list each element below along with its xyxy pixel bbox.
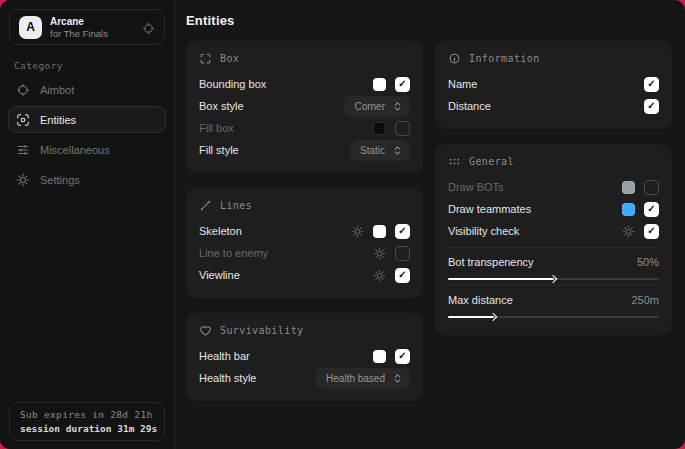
setting-row-health-bar: Health bar — [199, 345, 410, 367]
sidebar: A Arcane for The Finals Category — [0, 0, 175, 449]
viewline-checkbox[interactable] — [395, 268, 410, 283]
setting-label: Fill box — [199, 122, 373, 134]
setting-label: Health style — [199, 372, 316, 384]
chevrons-up-down-icon — [392, 145, 403, 156]
setting-row-bounding-box: Bounding box — [199, 73, 410, 95]
sidebar-item-miscellaneous[interactable]: Miscellaneous — [8, 136, 166, 163]
color-swatch[interactable] — [373, 78, 386, 91]
setting-label: Bot transpenency — [448, 256, 534, 268]
name-checkbox[interactable] — [644, 77, 659, 92]
setting-label: Draw BOTs — [448, 181, 622, 193]
sidebar-item-label: Miscellaneous — [40, 144, 110, 156]
setting-label: Distance — [448, 100, 644, 112]
gear-icon — [16, 173, 30, 187]
lines-icon — [199, 199, 212, 212]
color-swatch[interactable] — [622, 203, 635, 216]
dropdown-value: Health based — [326, 373, 385, 384]
page-title: Entities — [186, 13, 672, 28]
sidebar-item-aimbot[interactable]: Aimbot — [8, 76, 166, 103]
setting-label: Name — [448, 78, 644, 90]
setting-label: Health bar — [199, 350, 373, 362]
group-title: Lines — [220, 200, 252, 211]
bot-transparency-slider-row: Bot transpenency 50% — [448, 254, 659, 280]
setting-row-health-style: Health style Health based — [199, 367, 410, 389]
right-column: Information Name Distance — [435, 41, 672, 401]
slider-value: 250m — [631, 294, 659, 306]
setting-label: Box style — [199, 100, 344, 112]
color-swatch[interactable] — [373, 350, 386, 363]
setting-label: Viewline — [199, 269, 373, 281]
fill-box-checkbox[interactable] — [395, 121, 410, 136]
setting-row-draw-teammates: Draw teammates — [448, 198, 659, 220]
max-distance-slider-row: Max distance 250m — [448, 292, 659, 318]
bounding-box-checkbox[interactable] — [395, 77, 410, 92]
visibility-check-checkbox[interactable] — [644, 224, 659, 239]
draw-teammates-checkbox[interactable] — [644, 202, 659, 217]
setting-label: Draw teammates — [448, 203, 622, 215]
line-to-enemy-checkbox[interactable] — [395, 246, 410, 261]
setting-label: Max distance — [448, 294, 513, 306]
general-card: General Draw BOTs Draw teammates — [435, 144, 672, 335]
sidebar-item-label: Entities — [40, 114, 76, 126]
information-card: Information Name Distance — [435, 41, 672, 129]
sliders-icon — [16, 143, 30, 157]
slider-fill[interactable] — [448, 316, 494, 318]
viewline-gear-icon[interactable] — [373, 269, 386, 282]
box-icon — [199, 52, 212, 65]
health-style-dropdown[interactable]: Health based — [316, 368, 410, 389]
setting-row-fill-style: Fill style Static — [199, 139, 410, 161]
setting-row-distance: Distance — [448, 95, 659, 117]
left-column: Box Bounding box Box style Cor — [186, 41, 423, 401]
group-title: Survivability — [220, 325, 303, 336]
dropdown-value: Corner — [354, 101, 385, 112]
color-swatch[interactable] — [373, 225, 386, 238]
sidebar-item-label: Settings — [40, 174, 80, 186]
crosshair-icon[interactable] — [142, 21, 155, 34]
sidebar-item-settings[interactable]: Settings — [8, 166, 166, 193]
setting-row-visibility-check: Visibility check — [448, 220, 659, 242]
slider-fill[interactable] — [448, 278, 554, 280]
app-window: A Arcane for The Finals Category — [0, 0, 685, 449]
fill-style-dropdown[interactable]: Static — [350, 140, 410, 161]
divider — [448, 247, 659, 248]
category-label: Category — [14, 60, 174, 71]
max-distance-slider[interactable] — [448, 316, 659, 318]
scan-eye-icon — [16, 113, 30, 127]
color-swatch[interactable] — [622, 181, 635, 194]
app-logo: A — [19, 16, 42, 39]
setting-row-line-to-enemy: Line to enemy — [199, 242, 410, 264]
setting-row-box-style: Box style Corner — [199, 95, 410, 117]
subscription-expiry: Sub expires in 28d 21h — [20, 409, 154, 420]
aimbot-crosshair-icon — [16, 83, 30, 97]
draw-bots-checkbox[interactable] — [644, 180, 659, 195]
sidebar-nav: Aimbot Entities — [0, 76, 174, 193]
lines-card: Lines Skeleton Line to enem — [186, 188, 423, 298]
setting-row-skeleton: Skeleton — [199, 220, 410, 242]
distance-checkbox[interactable] — [644, 99, 659, 114]
line-to-enemy-gear-icon[interactable] — [373, 247, 386, 260]
visibility-check-gear-icon[interactable] — [622, 225, 635, 238]
box-style-dropdown[interactable]: Corner — [344, 96, 410, 117]
app-tagline: for The Finals — [50, 28, 108, 40]
app-name: Arcane — [50, 15, 108, 28]
setting-label: Visibility check — [448, 225, 622, 237]
skeleton-checkbox[interactable] — [395, 224, 410, 239]
general-icon — [448, 155, 461, 168]
color-swatch[interactable] — [373, 122, 386, 135]
skeleton-gear-icon[interactable] — [351, 225, 364, 238]
survivability-card: Survivability Health bar Health style — [186, 313, 423, 401]
sidebar-item-entities[interactable]: Entities — [8, 106, 166, 133]
slider-value: 50% — [637, 256, 659, 268]
subscription-card: Sub expires in 28d 21h session duration … — [9, 402, 165, 441]
divider — [448, 285, 659, 286]
setting-label: Bounding box — [199, 78, 373, 90]
survivability-icon — [199, 324, 212, 337]
group-title: Box — [220, 53, 239, 64]
setting-label: Fill style — [199, 144, 350, 156]
bot-transparency-slider[interactable] — [448, 278, 659, 280]
health-bar-checkbox[interactable] — [395, 349, 410, 364]
setting-row-draw-bots: Draw BOTs — [448, 176, 659, 198]
sidebar-item-label: Aimbot — [40, 84, 74, 96]
box-card: Box Bounding box Box style Cor — [186, 41, 423, 173]
group-title: Information — [469, 53, 540, 64]
